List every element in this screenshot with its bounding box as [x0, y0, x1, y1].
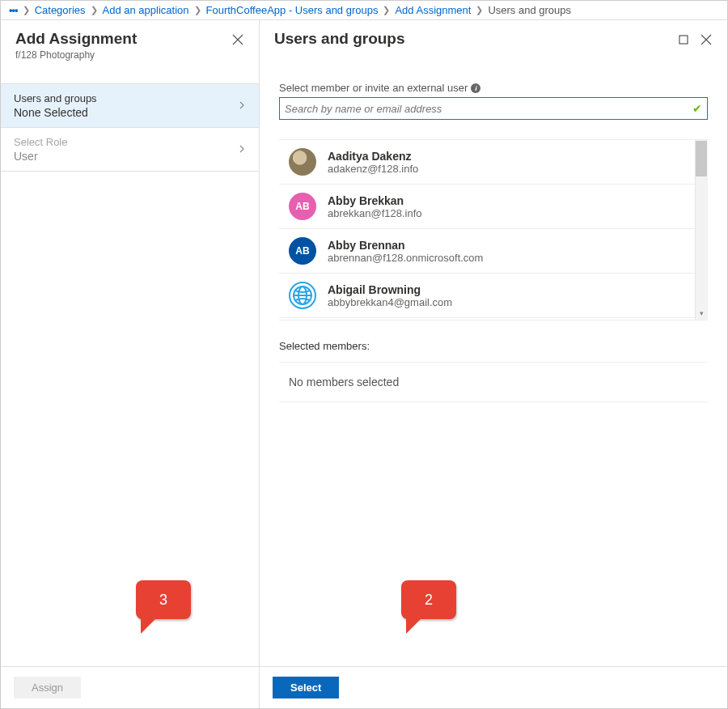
avatar: AB — [289, 193, 316, 220]
chevron-right-icon: ❯ — [91, 5, 98, 15]
step-users-and-groups[interactable]: Users and groups None Selected — [1, 84, 259, 128]
breadcrumb-link[interactable]: Add Assignment — [395, 4, 471, 16]
chevron-right-icon — [238, 143, 246, 155]
avatar — [289, 148, 316, 176]
user-row[interactable]: Abigail Browning abbybrekkan4@gmail.com — [279, 274, 695, 318]
user-list: Aaditya Dakenz adakenz@f128.info AB Abby… — [279, 139, 708, 321]
avatar: AB — [289, 237, 316, 265]
restore-window-icon[interactable] — [677, 33, 690, 46]
user-name: Abigail Browning — [328, 283, 452, 296]
step-select-role: Select Role User — [1, 128, 259, 172]
no-members-text: No members selected — [289, 376, 399, 388]
user-email: adakenz@f128.info — [328, 163, 418, 175]
breadcrumb-overflow-icon[interactable]: ••• — [9, 4, 18, 16]
user-email: abrekkan@f128.info — [328, 207, 422, 219]
user-name: Abby Brekkan — [328, 194, 422, 207]
step-label: Select Role — [14, 136, 238, 148]
scroll-down-icon[interactable]: ▾ — [695, 307, 708, 320]
user-row[interactable] — [279, 318, 695, 320]
chevron-right-icon — [238, 100, 246, 112]
breadcrumb-link[interactable]: FourthCoffeeApp - Users and groups — [206, 4, 379, 16]
right-pane-title: Users and groups — [274, 30, 677, 48]
user-email: abbybrekkan4@gmail.com — [328, 296, 452, 308]
step-label: Users and groups — [14, 92, 238, 104]
select-button[interactable]: Select — [273, 677, 339, 698]
user-row[interactable]: AB Abby Brennan abrennan@f128.onmicrosof… — [279, 229, 695, 274]
step-value: User — [14, 150, 238, 163]
user-name: Abby Brennan — [328, 239, 483, 252]
breadcrumb: ••• ❯ Categories ❯ Add an application ❯ … — [1, 1, 727, 20]
breadcrumb-link[interactable]: Categories — [35, 4, 86, 16]
user-row[interactable]: Aaditya Dakenz adakenz@f128.info — [279, 140, 695, 185]
user-row[interactable]: AB Abby Brekkan abrekkan@f128.info — [279, 185, 695, 229]
chevron-right-icon: ❯ — [194, 5, 201, 15]
scrollbar[interactable]: ▾ — [695, 140, 708, 320]
breadcrumb-link[interactable]: Add an application — [103, 4, 189, 16]
checkmark-icon: ✔ — [692, 102, 702, 115]
chevron-right-icon: ❯ — [23, 5, 30, 15]
scrollbar-thumb[interactable] — [696, 141, 707, 176]
info-icon[interactable]: i — [471, 83, 480, 93]
svg-rect-0 — [679, 36, 688, 44]
chevron-right-icon: ❯ — [383, 5, 390, 15]
annotation-callout-3: 3 — [136, 580, 191, 619]
selected-members-box: No members selected — [279, 362, 708, 402]
user-name: Aaditya Dakenz — [328, 150, 418, 163]
breadcrumb-current: Users and groups — [488, 4, 571, 16]
annotation-callout-2: 2 — [401, 580, 456, 619]
users-and-groups-pane: Users and groups Select member or invite… — [260, 20, 727, 708]
assign-button[interactable]: Assign — [14, 677, 81, 698]
add-assignment-pane: Add Assignment f/128 Photography Users a… — [1, 20, 260, 708]
search-input[interactable] — [285, 103, 692, 115]
left-pane-subtitle: f/128 Photography — [15, 49, 231, 61]
search-section-label: Select member or invite an external user — [279, 82, 468, 94]
close-icon[interactable] — [231, 33, 244, 46]
chevron-right-icon: ❯ — [476, 5, 483, 15]
user-email: abrennan@f128.onmicrosoft.com — [328, 252, 483, 264]
step-value: None Selected — [14, 106, 238, 119]
selected-members-label: Selected members: — [279, 340, 708, 352]
search-field-wrapper[interactable]: ✔ — [279, 97, 708, 120]
globe-icon — [289, 282, 316, 309]
close-icon[interactable] — [700, 33, 713, 46]
left-pane-title: Add Assignment — [15, 30, 231, 48]
